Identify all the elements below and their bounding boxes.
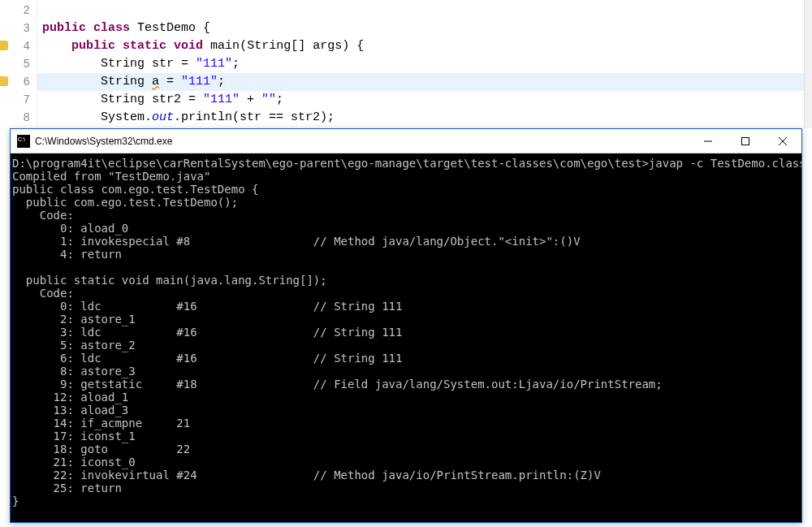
window-titlebar[interactable]: C:\Windows\System32\cmd.exe bbox=[11, 129, 801, 153]
code-line-highlighted: String a = "111"; bbox=[37, 73, 812, 91]
line-number: 4 bbox=[0, 37, 30, 55]
code-line: String str = "111"; bbox=[37, 55, 812, 73]
close-icon bbox=[779, 137, 787, 145]
code-area[interactable]: public class TestDemo { public static vo… bbox=[37, 0, 812, 146]
maximize-icon bbox=[741, 137, 749, 145]
maximize-button[interactable] bbox=[727, 129, 764, 153]
cmd-icon bbox=[17, 135, 30, 148]
line-number: 5 bbox=[0, 55, 30, 73]
line-number: 6 bbox=[0, 73, 30, 91]
window-title: C:\Windows\System32\cmd.exe bbox=[35, 136, 689, 147]
code-line: System.out.println(str == str2); bbox=[37, 109, 812, 127]
minimize-button[interactable] bbox=[689, 129, 727, 153]
line-gutter: 2 3 4 5 6 7 8 9 bbox=[0, 0, 37, 146]
code-line bbox=[37, 2, 812, 19]
line-number: 3 bbox=[0, 19, 30, 37]
code-line: String str2 = "111" + ""; bbox=[37, 91, 812, 109]
close-button[interactable] bbox=[764, 129, 801, 153]
warning-marker-icon bbox=[0, 41, 8, 50]
code-line: public class TestDemo { bbox=[37, 19, 812, 37]
code-editor[interactable]: 2 3 4 5 6 7 8 9 public class TestDemo { … bbox=[0, 0, 812, 146]
terminal-output[interactable]: D:\program4it\eclipse\carRentalSystem\eg… bbox=[11, 153, 801, 522]
line-number: 8 bbox=[0, 109, 30, 127]
minimize-icon bbox=[704, 137, 712, 145]
code-line: public static void main(String[] args) { bbox=[37, 37, 812, 55]
line-number: 2 bbox=[0, 2, 30, 19]
cmd-window[interactable]: C:\Windows\System32\cmd.exe D:\program4i… bbox=[10, 128, 802, 523]
line-number: 7 bbox=[0, 91, 30, 109]
overview-ruler bbox=[804, 0, 812, 128]
svg-rect-1 bbox=[742, 137, 749, 145]
warning-marker-icon bbox=[0, 76, 8, 86]
